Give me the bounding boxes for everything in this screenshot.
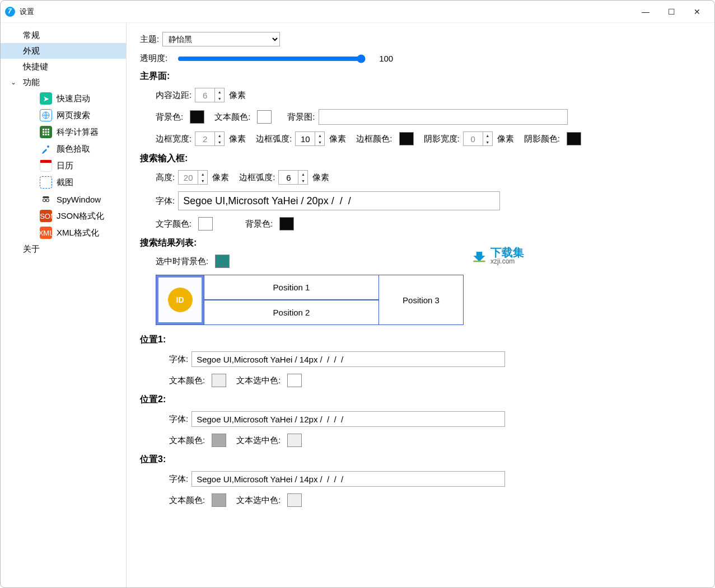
sb-height-spinner[interactable]: ▲▼ [178, 170, 208, 185]
globe-icon [40, 109, 52, 121]
sb-height-label: 高度: [156, 172, 175, 183]
border-w-label: 边框宽度: [156, 134, 191, 144]
opacity-label: 透明度: [140, 53, 167, 64]
svg-point-11 [43, 199, 46, 202]
diagram-pos3: Position 3 [379, 275, 463, 324]
shadow-w-spinner[interactable]: ▲▼ [463, 131, 493, 146]
pos2-font-input[interactable] [191, 411, 505, 427]
calculator-icon [40, 126, 52, 138]
nav-colorpicker[interactable]: 颜色拾取 [1, 140, 126, 157]
bg-color-swatch[interactable] [190, 110, 204, 124]
layout-diagram: ID Position 1 Position 2 Position 3 [156, 275, 464, 325]
sb-textcolor-swatch[interactable] [198, 217, 213, 231]
sb-bg-swatch[interactable] [279, 217, 294, 231]
border-c-swatch[interactable] [399, 132, 414, 145]
border-r-label: 边框弧度: [256, 134, 292, 144]
nav-websearch[interactable]: 网页搜索 [1, 107, 126, 124]
screenshot-icon [40, 176, 52, 189]
shadow-c-swatch[interactable] [567, 132, 581, 145]
section-pos1: 位置1: [140, 334, 701, 346]
shadow-c-label: 阴影颜色: [524, 134, 560, 144]
selbg-swatch[interactable] [215, 255, 230, 268]
text-color-label: 文本颜色: [214, 112, 250, 123]
diagram-pos2: Position 2 [204, 300, 378, 324]
bg-color-label: 背景色: [156, 112, 183, 123]
border-w-spinner[interactable]: ▲▼ [195, 131, 225, 146]
pos2-font-label: 字体: [169, 414, 188, 425]
nav-features[interactable]: ⌄ 功能 [1, 74, 126, 90]
padding-label: 内容边距: [156, 90, 191, 101]
unit-px: 像素 [229, 90, 246, 101]
nav-about[interactable]: 关于 [1, 241, 126, 257]
nav-jsonfmt[interactable]: JSONJSON格式化 [1, 208, 126, 224]
pos1-font-input[interactable] [191, 351, 505, 367]
sb-font-input[interactable] [178, 191, 500, 210]
eyedropper-icon [40, 143, 52, 155]
sb-radius-spinner[interactable]: ▲▼ [278, 170, 308, 185]
maximize-button[interactable]: ☐ [658, 3, 684, 21]
pos1-textcolor-label: 文本颜色: [169, 375, 205, 386]
minimize-button[interactable]: — [633, 3, 658, 21]
titlebar: 设置 — ☐ ✕ [1, 1, 714, 23]
svg-rect-9 [48, 134, 49, 135]
nav-xmlfmt[interactable]: XMLXML格式化 [1, 224, 126, 241]
pos1-font-label: 字体: [169, 354, 188, 365]
close-button[interactable]: ✕ [684, 3, 710, 21]
nav-quicklaunch[interactable]: ➤快速启动 [1, 90, 126, 107]
section-results: 搜索结果列表: [140, 237, 701, 249]
pos1-textcolor-swatch[interactable] [212, 374, 226, 387]
shadow-w-label: 阴影宽度: [424, 134, 460, 144]
padding-spinner[interactable]: ▲▼ [195, 88, 225, 102]
svg-rect-3 [48, 129, 49, 130]
json-icon: JSON [40, 210, 52, 222]
diagram-pos1: Position 1 [204, 275, 378, 300]
theme-select[interactable]: 静怡黑 [162, 32, 280, 46]
bg-img-input[interactable] [319, 109, 568, 125]
svg-rect-8 [45, 134, 47, 135]
theme-label: 主题: [140, 34, 159, 45]
nav-shortcuts[interactable]: 快捷键 [1, 59, 126, 74]
nav-appearance[interactable]: 外观 [1, 43, 126, 59]
svg-point-12 [46, 199, 49, 202]
section-pos3: 位置3: [140, 454, 701, 465]
nav-calendar[interactable]: 6日历 [1, 157, 126, 174]
pos2-textcolor-label: 文本颜色: [169, 435, 205, 446]
spy-icon [40, 193, 52, 205]
pos3-font-input[interactable] [191, 471, 505, 487]
pos3-textcolor-swatch[interactable] [212, 493, 226, 507]
pos2-selcolor-label: 文本选中色: [236, 435, 281, 446]
svg-rect-2 [45, 129, 47, 130]
calendar-icon: 6 [40, 159, 52, 172]
diagram-id: ID [168, 288, 193, 312]
pos3-selcolor-label: 文本选中色: [236, 495, 281, 506]
nav-general[interactable]: 常规 [1, 27, 126, 43]
opacity-slider[interactable] [177, 54, 366, 63]
section-searchbox: 搜索输入框: [140, 153, 701, 164]
border-c-label: 边框颜色: [356, 134, 392, 144]
border-r-spinner[interactable]: ▲▼ [295, 131, 325, 146]
nav-calculator[interactable]: 科学计算器 [1, 124, 126, 140]
sb-textcolor-label: 文字颜色: [156, 219, 191, 229]
sb-font-label: 字体: [156, 196, 175, 206]
svg-rect-6 [48, 131, 49, 133]
bg-img-label: 背景图: [287, 112, 315, 123]
pos2-textcolor-swatch[interactable] [212, 434, 226, 447]
content-panel: 主题: 静怡黑 透明度: 100 主界面: 内容边距: ▲▼ 像素 背景色: 文… [127, 23, 714, 587]
sb-radius-label: 边框弧度: [239, 172, 275, 183]
svg-rect-5 [45, 131, 47, 133]
opacity-value: 100 [379, 54, 393, 63]
text-color-swatch[interactable] [257, 110, 272, 124]
pos1-selcolor-swatch[interactable] [287, 374, 302, 387]
svg-rect-7 [43, 134, 44, 135]
selbg-label: 选中时背景色: [156, 256, 208, 267]
nav-spywindow[interactable]: SpyWindow [1, 191, 126, 208]
nav-screenshot[interactable]: 截图 [1, 174, 126, 191]
sb-bg-label: 背景色: [245, 219, 273, 229]
chevron-down-icon: ⌄ [11, 78, 16, 86]
pos2-selcolor-swatch[interactable] [287, 434, 302, 447]
window-title: 设置 [20, 7, 34, 17]
pos3-textcolor-label: 文本颜色: [169, 495, 205, 506]
app-icon [5, 7, 15, 17]
pos1-selcolor-label: 文本选中色: [236, 375, 281, 386]
pos3-selcolor-swatch[interactable] [287, 493, 302, 507]
